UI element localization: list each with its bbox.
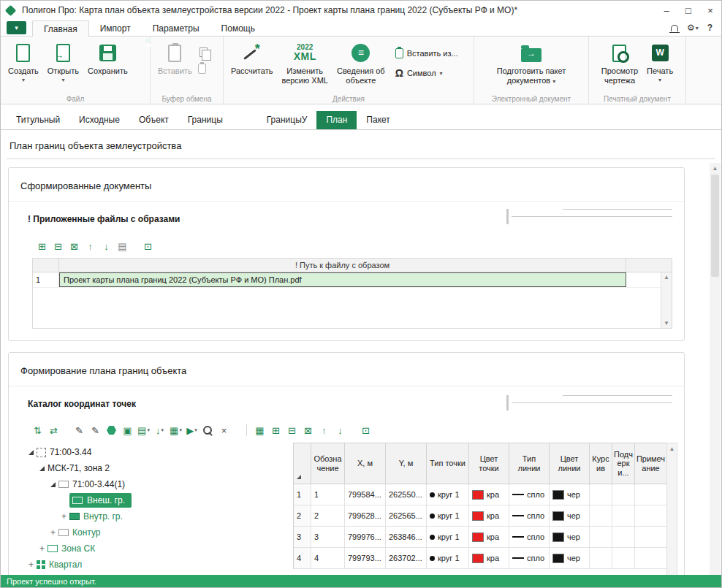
rows-menu-icon[interactable]: ▤▾	[137, 424, 151, 437]
tree-item-contour-group[interactable]: 71:00-3.44(1)	[18, 476, 293, 492]
point-type-cell[interactable]: круг 1	[427, 484, 469, 505]
help-icon[interactable]: ?	[707, 23, 712, 33]
expand-plus-icon[interactable]: +	[58, 511, 69, 522]
italic-cell[interactable]	[590, 548, 612, 569]
calculate-button[interactable]: Рассчитать	[227, 40, 277, 77]
mark-cell[interactable]: 1	[311, 484, 345, 505]
delete-row-icon[interactable]: ⊠	[301, 424, 315, 437]
column-header[interactable]: X, м	[345, 443, 386, 484]
column-header[interactable]: Цвет линии	[550, 443, 590, 484]
scroll-down-icon[interactable]: ▼	[664, 320, 669, 327]
tree-item-zone-sk[interactable]: + Зона СК	[18, 541, 293, 557]
x-cell[interactable]: 799976...	[345, 527, 386, 548]
column-header[interactable]: Тип точки	[427, 443, 469, 484]
tab-paket[interactable]: Пакет	[357, 111, 399, 129]
row-number-cell[interactable]: 2	[294, 505, 311, 527]
underline-cell[interactable]	[612, 484, 635, 505]
paste-button[interactable]: Вставить	[153, 40, 197, 77]
italic-cell[interactable]	[590, 527, 612, 548]
coordinates-table-scrollbar[interactable]: ▲	[666, 443, 677, 588]
minimize-button[interactable]: –	[656, 1, 677, 20]
notifications-icon[interactable]	[671, 25, 678, 31]
file-path-cell[interactable]: Проект карты плана границ 2022 (Субъекты…	[59, 272, 626, 287]
settings-button[interactable]: ⚙▾	[687, 23, 699, 33]
change-xml-version-button[interactable]: 2022XML Изменить версию XML	[277, 40, 332, 86]
underline-cell[interactable]	[612, 527, 635, 548]
ribbon-tab-home[interactable]: Главная	[32, 20, 89, 37]
tree-item-outer-boundary[interactable]: Внеш. гр.	[18, 492, 293, 508]
line-color-cell[interactable]: чер	[550, 484, 590, 505]
point-type-cell[interactable]: круг 1	[427, 505, 469, 527]
row-number-header[interactable]	[294, 443, 311, 484]
print-button[interactable]: W Печать ▾	[642, 40, 677, 85]
column-header[interactable]: Обозначение	[311, 443, 345, 484]
draw-points-icon[interactable]: ✎	[72, 424, 86, 437]
tab-plan[interactable]: План	[316, 111, 357, 129]
copy-contour-icon[interactable]: ▣	[121, 424, 134, 437]
add-row-icon[interactable]: ⊞	[269, 424, 283, 437]
row-number-header[interactable]	[33, 259, 59, 272]
underline-cell[interactable]	[612, 505, 635, 527]
note-cell[interactable]	[635, 484, 667, 505]
italic-cell[interactable]	[590, 484, 612, 505]
add-row-icon[interactable]: ⊞	[35, 240, 49, 253]
insert-row-icon[interactable]: ⊟	[285, 424, 299, 437]
point-color-cell[interactable]: кра	[469, 505, 509, 527]
tab-granicyu[interactable]: ГраницыУ	[257, 111, 317, 129]
point-color-cell[interactable]: кра	[469, 484, 509, 505]
row-number-cell[interactable]: 3	[294, 527, 311, 548]
expand-plus-icon[interactable]: +	[37, 543, 48, 554]
line-type-cell[interactable]: спло	[509, 505, 550, 527]
column-header[interactable]: Y, м	[386, 443, 427, 484]
expand-plus-icon[interactable]: +	[48, 527, 58, 538]
grid-icon[interactable]: ▦	[253, 424, 267, 437]
point-color-cell[interactable]: кра	[469, 548, 509, 569]
column-header[interactable]: Подчерки...	[612, 443, 635, 484]
row-number-cell[interactable]: 4	[294, 548, 311, 569]
import-menu-icon[interactable]: ↓▾	[153, 424, 167, 437]
ribbon-tab-help[interactable]: Помощь	[210, 20, 266, 36]
y-cell[interactable]: 263702...	[386, 548, 427, 569]
move-row-down-icon[interactable]: ↓	[333, 424, 347, 437]
line-color-cell[interactable]: чер	[550, 505, 590, 527]
select-menu-icon[interactable]: ▶▾	[185, 424, 199, 437]
insert-row-icon[interactable]: ⊟	[51, 240, 65, 253]
x-cell[interactable]: 799584...	[345, 484, 386, 505]
expand-icon[interactable]: ⊡	[359, 424, 373, 437]
row-number-cell[interactable]: 1	[294, 484, 311, 505]
ribbon-tab-import[interactable]: Импорт	[89, 20, 142, 36]
tree-item-msk-zone[interactable]: МСК-71, зона 2	[18, 460, 293, 476]
file-path-header[interactable]: ! Путь к файлу с образом	[59, 259, 626, 272]
column-header[interactable]: Тип линии	[509, 443, 550, 484]
tree-item-parcel[interactable]: 71:00-3.44	[18, 444, 293, 460]
copy-icon[interactable]	[200, 47, 208, 57]
column-header[interactable]: Курсив	[590, 443, 612, 484]
line-color-cell[interactable]: чер	[550, 548, 590, 569]
symbol-button[interactable]: Ω Символ ▾	[395, 67, 458, 79]
prepare-package-button[interactable]: Подготовить пакет документов ▾	[493, 40, 571, 86]
open-button[interactable]: Открыть ▾	[43, 40, 83, 85]
expand-plus-icon[interactable]: +	[26, 560, 37, 570]
create-button[interactable]: Создать ▾	[4, 40, 43, 85]
y-cell[interactable]: 262565...	[386, 505, 427, 527]
preview-icon[interactable]	[201, 424, 215, 437]
note-cell[interactable]	[635, 548, 667, 569]
move-row-up-icon[interactable]: ↑	[317, 424, 331, 437]
draw-contour-icon[interactable]: ✎	[88, 424, 102, 437]
mark-cell[interactable]: 3	[311, 527, 345, 548]
maximize-button[interactable]: □	[677, 1, 699, 20]
tab-obekt[interactable]: Объект	[129, 111, 178, 129]
move-row-down-icon[interactable]: ↓	[99, 240, 113, 253]
paste-from-button[interactable]: Вставить из...	[395, 48, 458, 58]
italic-cell[interactable]	[590, 505, 612, 527]
point-type-cell[interactable]: круг 1	[427, 527, 469, 548]
preview-drawing-button[interactable]: Просмотр чертежа	[597, 40, 642, 86]
close-button[interactable]: ×	[699, 1, 721, 20]
y-cell[interactable]: 262550...	[386, 484, 427, 505]
line-type-cell[interactable]: спло	[509, 548, 550, 569]
expand-icon[interactable]: ⊡	[141, 240, 155, 253]
line-color-cell[interactable]: чер	[550, 527, 590, 548]
line-type-cell[interactable]: спло	[509, 527, 550, 548]
point-type-cell[interactable]: круг 1	[427, 548, 469, 569]
delete-row-icon[interactable]: ⊠	[67, 240, 81, 253]
